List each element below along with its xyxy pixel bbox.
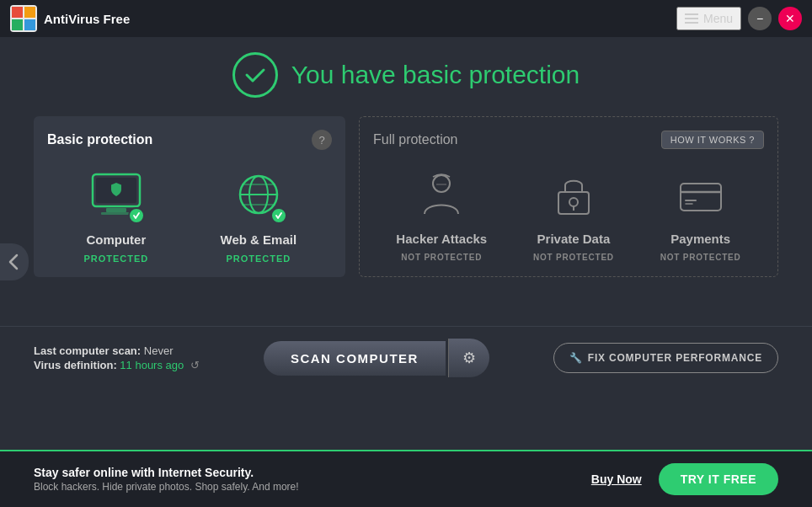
private-data-icon-wrap [544, 166, 603, 225]
hacker-icon-wrap [412, 166, 471, 225]
close-button[interactable]: ✕ [778, 7, 802, 30]
gear-icon: ⚙ [462, 350, 476, 366]
fix-btn-label: FIX COMPUTER PERFORMANCE [588, 352, 762, 364]
private-data-icon [550, 170, 597, 221]
buy-now-button[interactable]: Buy Now [591, 472, 642, 486]
hacker-icon [418, 170, 465, 221]
hacker-label: Hacker Attacks [396, 232, 487, 246]
basic-protection-card: Basic protection ? [34, 116, 345, 277]
virus-def-value: 11 hours ago [120, 359, 184, 371]
private-data-status: NOT PROTECTED [533, 253, 614, 262]
minimize-button[interactable]: − [748, 7, 772, 30]
svg-rect-2 [12, 7, 23, 18]
scan-bar: Last computer scan: Never Virus definiti… [0, 326, 812, 389]
svg-rect-17 [558, 192, 589, 214]
scan-settings-button[interactable]: ⚙ [448, 339, 489, 377]
promo-subtitle: Block hackers. Hide private photos. Shop… [34, 481, 299, 493]
svg-rect-8 [106, 208, 126, 212]
hacker-status: NOT PROTECTED [401, 253, 482, 262]
scan-info: Last computer scan: Never Virus definiti… [34, 344, 200, 371]
computer-label: Computer [86, 232, 146, 247]
private-data-label: Private Data [537, 232, 611, 246]
promo-bar: Stay safer online with Internet Security… [0, 450, 812, 507]
last-scan-value: Never [144, 344, 174, 357]
virus-def-line: Virus definition: 11 hours ago ↺ [34, 359, 200, 371]
svg-rect-4 [12, 19, 23, 30]
payments-icon-wrap [671, 166, 730, 225]
private-data-item: Private Data NOT PROTECTED [533, 166, 614, 262]
computer-status: PROTECTED [83, 254, 148, 264]
svg-point-15 [433, 175, 450, 192]
svg-rect-9 [101, 212, 131, 215]
svg-rect-5 [24, 19, 35, 30]
check-icon [243, 63, 267, 87]
title-bar-left: AntiVirus Free [10, 5, 130, 32]
title-bar-right: Menu − ✕ [676, 7, 802, 30]
svg-point-18 [569, 198, 578, 206]
web-email-protection-item: Web & Email PROTECTED [221, 167, 297, 264]
payments-icon [677, 170, 724, 221]
status-check-circle [232, 52, 278, 98]
status-title: You have basic protection [291, 61, 580, 89]
scan-center: SCAN COMPUTER ⚙ [264, 339, 489, 377]
cards-row: Basic protection ? [34, 116, 778, 277]
menu-button[interactable]: Menu [676, 7, 741, 30]
fix-performance-button[interactable]: 🔧 FIX COMPUTER PERFORMANCE [553, 343, 778, 373]
web-email-status: PROTECTED [226, 254, 291, 264]
web-email-label: Web & Email [221, 232, 297, 247]
basic-card-header: Basic protection ? [47, 130, 332, 150]
computer-icon-wrap [83, 167, 150, 226]
app-title: AntiVirus Free [44, 12, 130, 26]
last-scan-label: Last computer scan: [34, 344, 141, 357]
title-bar: AntiVirus Free Menu − ✕ [0, 0, 812, 37]
full-icons-row: Hacker Attacks NOT PROTECTED [373, 166, 764, 262]
promo-text: Stay safer online with Internet Security… [34, 466, 299, 493]
payments-status: NOT PROTECTED [660, 253, 741, 262]
computer-protection-item: Computer PROTECTED [83, 167, 150, 264]
status-header: You have basic protection [34, 52, 778, 98]
basic-card-title: Basic protection [47, 132, 152, 147]
wrench-icon: 🔧 [569, 352, 583, 364]
promo-actions: Buy Now TRY IT FREE [591, 463, 778, 495]
full-card-title: Full protection [373, 132, 458, 147]
web-email-icon-wrap [225, 167, 292, 226]
chevron-left-icon [8, 254, 20, 270]
hacker-attacks-item: Hacker Attacks NOT PROTECTED [396, 166, 487, 262]
how-it-works-button[interactable]: HOW IT WORKS ? [661, 131, 764, 149]
full-card-header: Full protection HOW IT WORKS ? [373, 131, 764, 149]
last-scan-line: Last computer scan: Never [34, 344, 200, 357]
scan-computer-button[interactable]: SCAN COMPUTER [264, 341, 446, 376]
menu-label: Menu [703, 12, 733, 25]
full-protection-card: Full protection HOW IT WORKS ? [359, 116, 778, 277]
web-email-check-badge [270, 207, 287, 224]
payments-item: Payments NOT PROTECTED [660, 166, 741, 262]
try-free-button[interactable]: TRY IT FREE [659, 463, 778, 495]
payments-label: Payments [670, 232, 730, 246]
svg-rect-20 [681, 184, 721, 211]
hamburger-icon [685, 13, 698, 24]
main-content: You have basic protection Basic protecti… [0, 37, 812, 277]
refresh-icon[interactable]: ↺ [190, 359, 200, 371]
basic-icons-row: Computer PROTECTED [47, 167, 332, 264]
avg-logo-icon [10, 5, 37, 32]
svg-rect-3 [24, 7, 35, 18]
virus-def-label: Virus definition: [34, 359, 117, 371]
computer-check-badge [128, 207, 145, 224]
promo-title: Stay safer online with Internet Security… [34, 466, 299, 479]
help-button[interactable]: ? [312, 130, 332, 150]
